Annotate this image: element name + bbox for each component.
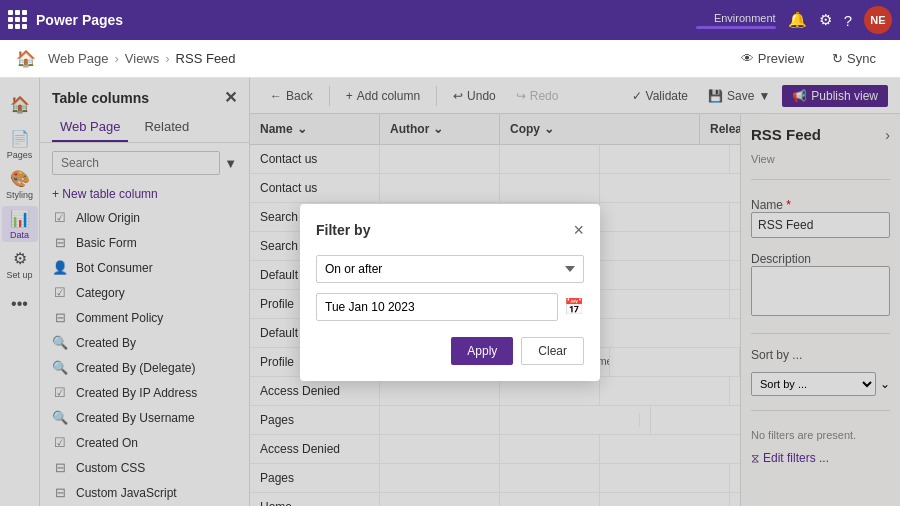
sync-icon: ↻ [832, 51, 843, 66]
top-bar-right: Environment 🔔 ⚙ ? NE [696, 6, 892, 34]
breadcrumb: Web Page › Views › RSS Feed [48, 51, 721, 66]
env-bar [696, 26, 776, 29]
env-label: Environment [696, 12, 776, 24]
top-bar: Power Pages Environment 🔔 ⚙ ? NE [0, 0, 900, 40]
avatar[interactable]: NE [864, 6, 892, 34]
settings-icon[interactable]: ⚙ [819, 11, 832, 29]
preview-label: Preview [758, 51, 804, 66]
app-title: Power Pages [36, 12, 688, 28]
modal-title: Filter by [316, 222, 370, 238]
modal-condition-select[interactable]: On or afterOn or beforeEqualsNot equals [316, 255, 584, 283]
filter-modal: Filter by × On or afterOn or beforeEqual… [300, 204, 600, 381]
modal-date-input[interactable] [316, 293, 558, 321]
breadcrumb-webpage[interactable]: Web Page [48, 51, 108, 66]
modal-date-row: 📅 [316, 293, 584, 321]
sync-button[interactable]: ↻ Sync [824, 47, 884, 70]
modal-close-button[interactable]: × [573, 220, 584, 241]
modal-header: Filter by × [316, 220, 584, 241]
bell-icon[interactable]: 🔔 [788, 11, 807, 29]
home-icon[interactable]: 🏠 [16, 49, 36, 68]
second-bar: 🏠 Web Page › Views › RSS Feed 👁 Preview … [0, 40, 900, 78]
modal-clear-button[interactable]: Clear [521, 337, 584, 365]
modal-apply-button[interactable]: Apply [451, 337, 513, 365]
preview-button[interactable]: 👁 Preview [733, 47, 812, 70]
modal-buttons: Apply Clear [316, 337, 584, 365]
calendar-icon[interactable]: 📅 [564, 297, 584, 316]
filter-modal-overlay[interactable]: Filter by × On or afterOn or beforeEqual… [0, 78, 900, 506]
main-layout: 🏠 📄 Pages 🎨 Styling 📊 Data ⚙ Set up ••• … [0, 78, 900, 506]
sync-label: Sync [847, 51, 876, 66]
help-icon[interactable]: ? [844, 12, 852, 29]
grid-icon[interactable] [8, 10, 28, 30]
breadcrumb-sep-1: › [114, 51, 118, 66]
env-info: Environment [696, 12, 776, 29]
breadcrumb-sep-2: › [165, 51, 169, 66]
preview-icon: 👁 [741, 51, 754, 66]
breadcrumb-views[interactable]: Views [125, 51, 159, 66]
breadcrumb-current: RSS Feed [176, 51, 236, 66]
